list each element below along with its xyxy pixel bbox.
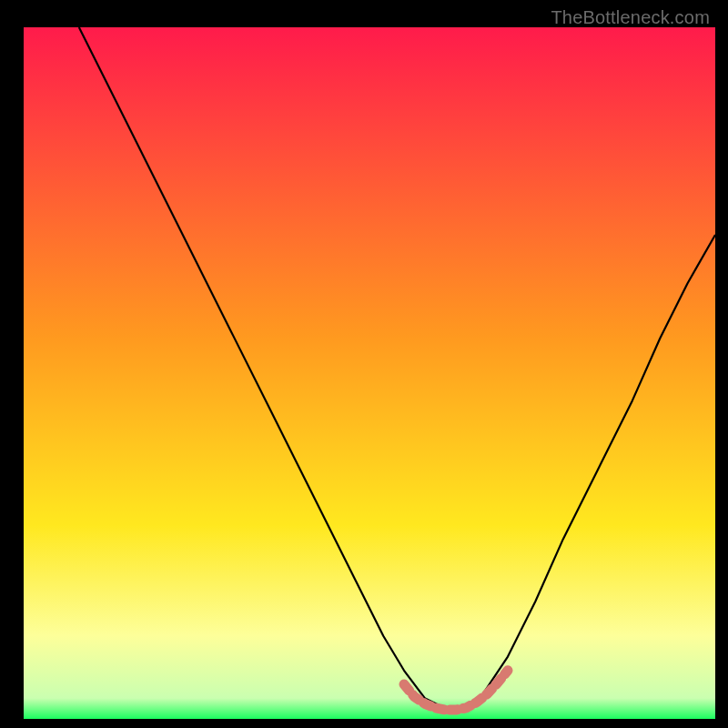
chart-frame: TheBottleneck.com	[0, 0, 728, 728]
gradient-background	[24, 27, 715, 719]
plot-area	[24, 27, 715, 719]
plot-svg	[24, 27, 715, 719]
watermark-text: TheBottleneck.com	[551, 7, 710, 28]
